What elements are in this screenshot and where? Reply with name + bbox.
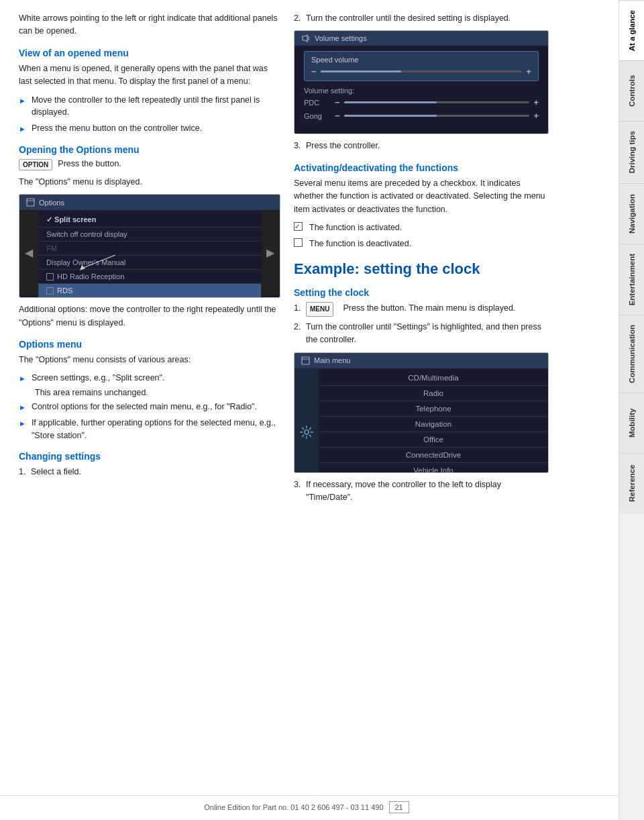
options-bullet-1: ► Screen settings, e.g., "Split screen". — [19, 372, 280, 385]
options-right-nav: ▶ — [261, 210, 280, 295]
sidebar-tab-at-a-glance[interactable]: At a glance — [619, 0, 644, 60]
svg-rect-5 — [302, 357, 309, 364]
view-bullet-1: ► Move the controller to the left repeat… — [19, 94, 280, 119]
svg-marker-4 — [303, 35, 307, 42]
setting-step2: 2. Turn the controller until "Settings" … — [294, 321, 549, 347]
setting-heading: Setting the clock — [294, 287, 549, 298]
rds-pointer-line — [78, 252, 119, 272]
menu-item-navigation: Navigation — [319, 417, 548, 432]
view-bullet-2: ► Press the menu button on the controlle… — [19, 122, 280, 135]
gear-icon — [299, 425, 314, 440]
menu-item-vehicle-info: Vehicle Info — [319, 463, 548, 473]
options-menu-heading: Options menu — [19, 339, 280, 350]
volume-screen-image: Volume settings Speed volume − + Volu — [294, 30, 549, 134]
options-item-hd: HD Radio Reception — [38, 270, 261, 284]
options-sub-bullet: This area remains unchanged. — [19, 388, 280, 397]
setting-step3: 3. If necessary, move the controller to … — [294, 478, 549, 505]
rds-checkbox — [46, 287, 54, 295]
gong-setting-row: Gong − + — [304, 111, 539, 121]
page-number: 21 — [389, 801, 409, 813]
main-menu-title-bar: Main menu — [294, 353, 548, 368]
speed-volume-section: Speed volume − + — [304, 51, 539, 81]
sidebar-tab-navigation[interactable]: Navigation — [619, 183, 644, 244]
bullet-arrow-icon: ► — [19, 402, 26, 413]
options-additional-text: Additional options: move the controller … — [19, 303, 280, 329]
options-item-rds: RDS — [38, 284, 261, 298]
main-menu-title-text: Main menu — [314, 356, 350, 364]
option-button[interactable]: OPTION — [19, 159, 52, 170]
options-title-icon — [26, 198, 35, 207]
main-menu-left-nav — [294, 368, 319, 473]
volume-title-text: Volume settings — [315, 34, 367, 42]
left-column: White arrows pointing to the left or rig… — [19, 12, 280, 793]
svg-line-2 — [82, 255, 115, 268]
activated-row: The function is activated. — [294, 221, 549, 234]
view-heading: View of an opened menu — [19, 48, 280, 58]
menu-button[interactable]: MENU — [306, 302, 333, 317]
right-column: 2. Turn the controller until the desired… — [294, 12, 549, 793]
sidebar-tab-mobility[interactable]: Mobility — [619, 393, 644, 453]
page-footer: Online Edition for Part no. 01 40 2 606 … — [0, 795, 619, 820]
footer-text: Online Edition for Part no. 01 40 2 606 … — [204, 803, 383, 811]
slider-plus-icon: + — [526, 66, 531, 76]
unchecked-checkbox-icon — [294, 238, 303, 247]
right-step3: 3. Press the controller. — [294, 140, 549, 152]
options-heading: Opening the Options menu — [19, 144, 280, 155]
sidebar-tab-controls[interactable]: Controls — [619, 60, 644, 121]
deactivated-row: The function is deactivated. — [294, 238, 549, 250]
sidebar-tab-entertainment[interactable]: Entertainment — [619, 244, 644, 315]
speed-volume-slider-row: − + — [311, 66, 531, 76]
options-title-text: Options — [39, 199, 64, 207]
pdc-label: PDC — [304, 99, 331, 107]
menu-item-connecteddrive: ConnectedDrive — [319, 448, 548, 463]
options-item-split: ✓ Split screen — [38, 213, 261, 227]
options-menu-intro: The "Options" menu consists of various a… — [19, 354, 280, 366]
main-menu-screen-image: Main menu CD/Multimedia Radio Telephone … — [294, 352, 549, 473]
sidebar-tab-communication[interactable]: Communication — [619, 315, 644, 393]
options-left-nav: ◀ — [19, 210, 38, 295]
options-menu-items: ✓ Split screen Switch off control displa… — [38, 210, 261, 295]
options-title-bar: Options — [19, 195, 280, 210]
options-item-fm: FM — [38, 242, 261, 256]
sidebar-tab-reference[interactable]: Reference — [619, 453, 644, 513]
right-step2: 2. Turn the controller until the desired… — [294, 12, 549, 25]
options-item-switch: Switch off control display — [38, 227, 261, 242]
gong-minus: − — [335, 111, 340, 121]
activating-text: Several menu items are preceded by a che… — [294, 177, 549, 216]
menu-item-cd: CD/Multimedia — [319, 370, 548, 386]
svg-point-7 — [305, 430, 309, 434]
speed-volume-fill — [321, 70, 401, 72]
main-menu-items-list: CD/Multimedia Radio Telephone Navigation… — [319, 368, 548, 473]
options-bullet-2: ► Control options for the selected main … — [19, 401, 280, 413]
options-item-display: Display Owner's Manual — [38, 256, 261, 270]
intro-text: White arrows pointing to the left or rig… — [19, 12, 280, 38]
pdc-track — [344, 101, 530, 103]
options-bullet-3: ► If applicable, further operating optio… — [19, 417, 280, 442]
sidebar-tab-driving-tips[interactable]: Driving tips — [619, 121, 644, 183]
example-heading: Example: setting the clock — [294, 260, 549, 278]
activating-heading: Activating/deactivating the functions — [294, 162, 549, 173]
checked-checkbox-icon — [294, 222, 303, 231]
main-menu-content: CD/Multimedia Radio Telephone Navigation… — [294, 368, 548, 473]
bullet-arrow-icon: ► — [19, 123, 26, 135]
gong-label: Gong — [304, 112, 331, 120]
setting-step1: 1. MENU Press the button. The main menu … — [294, 302, 549, 317]
pdc-fill — [344, 101, 437, 103]
main-menu-title-icon — [301, 356, 310, 365]
gong-plus: + — [533, 111, 539, 121]
menu-item-radio: Radio — [319, 386, 548, 401]
options-screen-image: Options ◀ ✓ Split screen Switch off cont… — [19, 194, 280, 298]
sidebar: At a glance Controls Driving tips Naviga… — [619, 0, 644, 820]
pdc-setting-row: PDC − + — [304, 97, 539, 107]
bullet-arrow-icon: ► — [19, 373, 26, 385]
hd-radio-checkbox — [46, 273, 54, 280]
svg-rect-0 — [27, 199, 34, 206]
menu-item-office: Office — [319, 432, 548, 448]
svg-marker-3 — [80, 265, 85, 270]
volume-title-icon — [301, 34, 311, 42]
gong-fill — [344, 115, 437, 117]
bullet-arrow-icon: ► — [19, 418, 26, 429]
bullet-arrow-icon: ► — [19, 95, 26, 107]
options-content: ◀ ✓ Split screen Switch off control disp… — [19, 210, 280, 295]
gong-track — [344, 115, 530, 117]
